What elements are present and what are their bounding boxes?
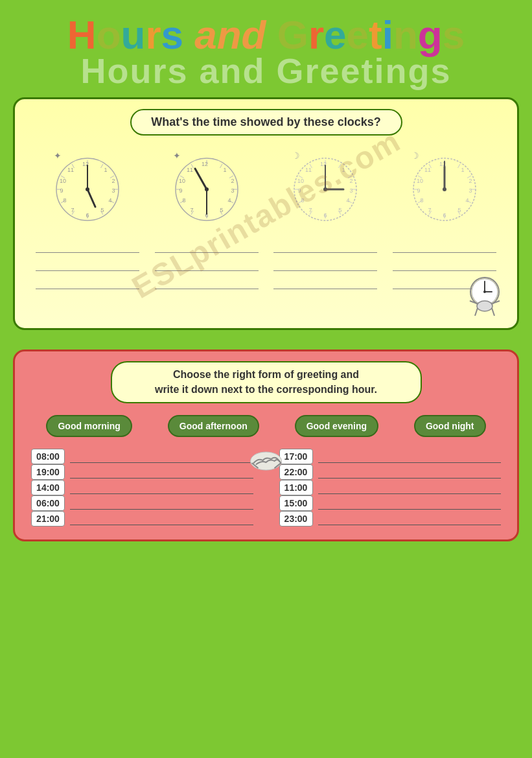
svg-point-28 bbox=[86, 187, 89, 191]
time-row-right-3: 11:00 bbox=[279, 480, 502, 495]
svg-text:5: 5 bbox=[339, 207, 342, 213]
svg-text:4: 4 bbox=[108, 197, 111, 204]
svg-point-57 bbox=[205, 187, 209, 191]
svg-text:6: 6 bbox=[443, 212, 446, 219]
time-label: 06:00 bbox=[31, 495, 65, 511]
svg-point-86 bbox=[323, 187, 327, 191]
answer-line[interactable] bbox=[273, 278, 377, 289]
svg-line-3 bbox=[100, 164, 103, 168]
page-title-area: Hours and Greetings Hours and Greetings bbox=[13, 13, 519, 91]
answer-input-line[interactable] bbox=[318, 497, 502, 510]
svg-text:7: 7 bbox=[309, 207, 312, 213]
answer-line[interactable] bbox=[36, 259, 139, 271]
time-col-left: 08:00 19:00 14:00 06:00 21:00 bbox=[31, 449, 253, 527]
svg-text:2: 2 bbox=[469, 178, 472, 184]
svg-text:6: 6 bbox=[324, 212, 327, 219]
time-row-left-1: 08:00 bbox=[31, 449, 253, 464]
clock-item-1: ✦ 12 bbox=[36, 147, 139, 225]
answer-lines-section bbox=[28, 241, 504, 289]
svg-point-123 bbox=[477, 301, 492, 311]
svg-text:2: 2 bbox=[350, 178, 353, 184]
time-row-left-5: 21:00 bbox=[31, 511, 253, 527]
answer-line[interactable] bbox=[36, 278, 139, 289]
svg-text:4: 4 bbox=[347, 197, 350, 204]
time-label: 11:00 bbox=[279, 480, 313, 495]
svg-text:10: 10 bbox=[179, 178, 185, 184]
time-row-right-5: 23:00 bbox=[279, 511, 502, 527]
svg-text:11: 11 bbox=[187, 167, 193, 173]
svg-line-55 bbox=[195, 169, 207, 189]
svg-line-32 bbox=[220, 164, 222, 168]
svg-text:9: 9 bbox=[298, 187, 301, 194]
svg-text:5: 5 bbox=[458, 207, 461, 213]
answer-input-line[interactable] bbox=[70, 481, 253, 494]
svg-text:3: 3 bbox=[350, 187, 353, 194]
greeting-btn-evening[interactable]: Good evening bbox=[295, 415, 378, 437]
answer-input-line[interactable] bbox=[70, 497, 253, 510]
svg-text:10: 10 bbox=[60, 178, 66, 184]
time-row-left-3: 14:00 bbox=[31, 480, 253, 495]
answer-input-line[interactable] bbox=[70, 512, 253, 525]
svg-text:☽: ☽ bbox=[292, 150, 300, 161]
svg-text:11: 11 bbox=[305, 167, 312, 173]
time-label: 17:00 bbox=[279, 449, 313, 464]
time-label: 21:00 bbox=[31, 511, 65, 527]
time-row-left-2: 19:00 bbox=[31, 464, 253, 480]
time-label: 15:00 bbox=[279, 495, 313, 511]
svg-text:6: 6 bbox=[86, 212, 89, 219]
greetings-section: Choose the right form of greeting and wr… bbox=[13, 349, 519, 541]
greeting-btn-morning[interactable]: Good morning bbox=[46, 415, 132, 437]
svg-text:8: 8 bbox=[301, 197, 305, 204]
answer-input-line[interactable] bbox=[318, 466, 502, 479]
answer-input-line[interactable] bbox=[70, 450, 253, 463]
greetings-instruction: Choose the right form of greeting and wr… bbox=[111, 361, 422, 403]
svg-text:✦: ✦ bbox=[173, 150, 181, 161]
answer-input-line[interactable] bbox=[318, 512, 502, 525]
svg-point-115 bbox=[443, 187, 446, 191]
svg-text:8: 8 bbox=[421, 197, 424, 204]
answer-line[interactable] bbox=[155, 241, 259, 253]
svg-text:12: 12 bbox=[202, 161, 208, 167]
time-row-right-2: 22:00 bbox=[279, 464, 502, 480]
svg-text:9: 9 bbox=[417, 187, 421, 194]
answer-line[interactable] bbox=[393, 259, 496, 271]
time-label: 19:00 bbox=[31, 464, 65, 480]
answer-input-line[interactable] bbox=[318, 450, 502, 463]
time-row-left-4: 06:00 bbox=[31, 495, 253, 511]
svg-text:9: 9 bbox=[60, 187, 63, 194]
clocks-section: What's the time showed by these clocks? … bbox=[13, 97, 519, 330]
clock-face-2: ✦ 12 1 2 bbox=[168, 147, 246, 225]
svg-text:4: 4 bbox=[227, 197, 231, 204]
svg-text:8: 8 bbox=[63, 197, 66, 204]
handshake-icon bbox=[248, 450, 284, 475]
answer-line[interactable] bbox=[273, 259, 377, 271]
svg-text:3: 3 bbox=[469, 187, 472, 194]
time-label: 08:00 bbox=[31, 449, 65, 464]
svg-text:8: 8 bbox=[182, 197, 185, 204]
answer-line[interactable] bbox=[155, 259, 259, 271]
answer-input-line[interactable] bbox=[70, 466, 253, 479]
answer-input-line[interactable] bbox=[318, 481, 502, 494]
svg-text:2: 2 bbox=[111, 178, 115, 184]
answer-line[interactable] bbox=[155, 278, 259, 289]
clock-face-1: ✦ 12 bbox=[49, 147, 126, 225]
svg-point-120 bbox=[483, 290, 486, 293]
svg-text:3: 3 bbox=[231, 187, 234, 194]
time-label: 22:00 bbox=[279, 464, 313, 480]
time-label: 14:00 bbox=[31, 480, 65, 495]
svg-text:✦: ✦ bbox=[54, 150, 62, 161]
greeting-btn-afternoon[interactable]: Good afternoon bbox=[168, 415, 259, 437]
svg-line-90 bbox=[458, 164, 461, 168]
greeting-btn-night[interactable]: Good night bbox=[414, 415, 486, 437]
time-label: 23:00 bbox=[279, 511, 313, 527]
svg-text:10: 10 bbox=[417, 178, 423, 184]
answer-line[interactable] bbox=[273, 241, 377, 253]
svg-text:11: 11 bbox=[424, 167, 431, 173]
svg-text:9: 9 bbox=[179, 187, 182, 194]
answer-line[interactable] bbox=[36, 241, 139, 253]
svg-text:5: 5 bbox=[220, 207, 223, 213]
time-col-right: 17:00 22:00 11:00 15:00 23:00 bbox=[279, 449, 502, 527]
answer-line[interactable] bbox=[393, 241, 496, 253]
svg-text:4: 4 bbox=[466, 197, 469, 204]
clock-item-3: ☽ 12 1 2 bbox=[273, 147, 377, 225]
